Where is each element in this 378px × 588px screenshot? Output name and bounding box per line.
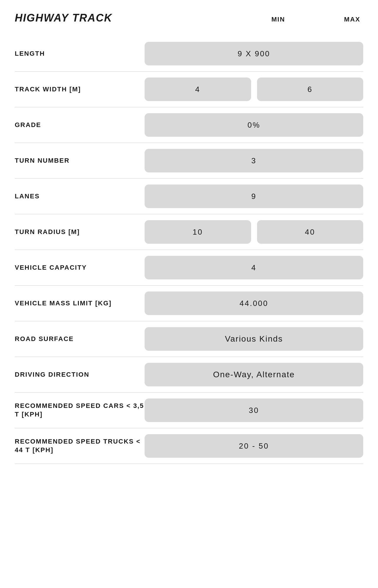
row-track-width: TRACK WIDTH [m]46 xyxy=(15,72,363,107)
values-driving-direction: One-Way, Alternate xyxy=(145,363,363,386)
row-driving-direction: DRIVING DIRECTIONOne-Way, Alternate xyxy=(15,357,363,393)
row-grade: GRADE0% xyxy=(15,107,363,143)
values-track-width: 46 xyxy=(145,78,363,101)
value-recommended-speed-trucks-0: 20 - 50 xyxy=(145,434,363,458)
values-vehicle-mass-limit: 44.000 xyxy=(145,291,363,315)
value-turn-radius-0: 10 xyxy=(145,220,251,244)
values-grade: 0% xyxy=(145,113,363,137)
values-recommended-speed-trucks: 20 - 50 xyxy=(145,434,363,458)
label-driving-direction: DRIVING DIRECTION xyxy=(15,370,145,379)
page-container: HIGHWAY TRACK MIN MAX LENGTH9 X 900TRACK… xyxy=(15,12,363,464)
value-vehicle-capacity-0: 4 xyxy=(145,256,363,279)
value-road-surface-0: Various Kinds xyxy=(145,327,363,351)
values-road-surface: Various Kinds xyxy=(145,327,363,351)
row-recommended-speed-cars: RECOMMENDED SPEED CARS < 3,5 t [kph]30 xyxy=(15,393,363,428)
label-grade: GRADE xyxy=(15,121,145,129)
value-driving-direction-0: One-Way, Alternate xyxy=(145,363,363,386)
values-turn-radius: 1040 xyxy=(145,220,363,244)
max-label: MAX xyxy=(344,16,360,23)
row-vehicle-mass-limit: VEHICLE MASS LIMIT [kg]44.000 xyxy=(15,286,363,321)
value-vehicle-mass-limit-0: 44.000 xyxy=(145,291,363,315)
value-turn-number-0: 3 xyxy=(145,149,363,172)
label-vehicle-mass-limit: VEHICLE MASS LIMIT [kg] xyxy=(15,299,145,308)
rows-container: LENGTH9 X 900TRACK WIDTH [m]46GRADE0%TUR… xyxy=(15,36,363,464)
value-track-width-0: 4 xyxy=(145,78,251,101)
row-turn-number: TURN NUMBER3 xyxy=(15,143,363,179)
value-grade-0: 0% xyxy=(145,113,363,137)
row-lanes: LANES9 xyxy=(15,179,363,214)
label-lanes: LANES xyxy=(15,192,145,201)
label-recommended-speed-trucks: RECOMMENDED SPEED TRUCKS < 44 t [kph] xyxy=(15,437,145,454)
row-road-surface: ROAD SURFACEVarious Kinds xyxy=(15,321,363,357)
header-labels: MIN MAX xyxy=(271,16,360,23)
value-lanes-0: 9 xyxy=(145,185,363,208)
values-length: 9 X 900 xyxy=(145,42,363,65)
label-turn-number: TURN NUMBER xyxy=(15,157,145,165)
label-vehicle-capacity: VEHICLE CAPACITY xyxy=(15,263,145,272)
values-recommended-speed-cars: 30 xyxy=(145,398,363,422)
row-turn-radius: TURN RADIUS [m]1040 xyxy=(15,214,363,250)
value-recommended-speed-cars-0: 30 xyxy=(145,398,363,422)
page-header: HIGHWAY TRACK MIN MAX xyxy=(15,12,363,24)
value-turn-radius-1: 40 xyxy=(257,220,364,244)
values-turn-number: 3 xyxy=(145,149,363,172)
values-vehicle-capacity: 4 xyxy=(145,256,363,279)
label-recommended-speed-cars: RECOMMENDED SPEED CARS < 3,5 t [kph] xyxy=(15,402,145,419)
value-track-width-1: 6 xyxy=(257,78,364,101)
label-turn-radius: TURN RADIUS [m] xyxy=(15,228,145,236)
row-length: LENGTH9 X 900 xyxy=(15,36,363,72)
label-track-width: TRACK WIDTH [m] xyxy=(15,85,145,94)
row-vehicle-capacity: VEHICLE CAPACITY4 xyxy=(15,250,363,286)
row-recommended-speed-trucks: RECOMMENDED SPEED TRUCKS < 44 t [kph]20 … xyxy=(15,428,363,464)
min-label: MIN xyxy=(271,16,285,23)
page-title: HIGHWAY TRACK xyxy=(15,12,112,24)
values-lanes: 9 xyxy=(145,185,363,208)
value-length-0: 9 X 900 xyxy=(145,42,363,65)
label-length: LENGTH xyxy=(15,50,145,58)
label-road-surface: ROAD SURFACE xyxy=(15,335,145,343)
